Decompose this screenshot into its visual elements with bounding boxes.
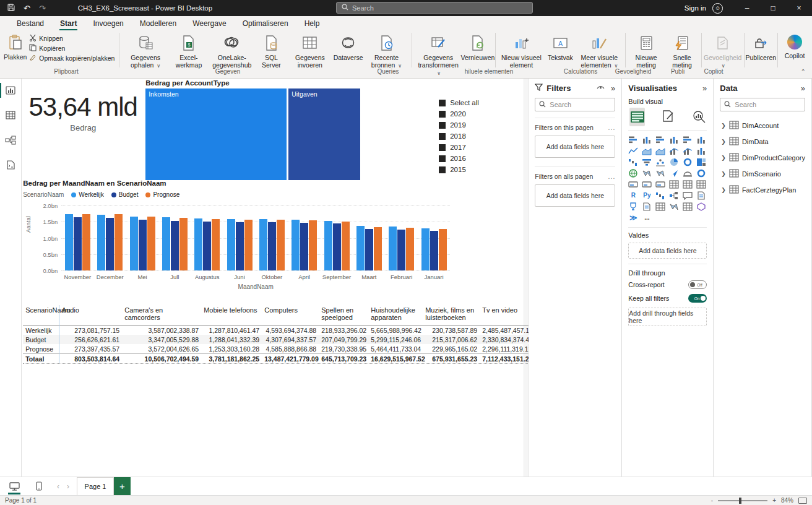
bar-werkelijk[interactable] (292, 220, 300, 270)
stacked-area-chart-icon[interactable] (655, 147, 665, 155)
bar-budget[interactable] (333, 223, 341, 270)
paginated-report-icon[interactable] (642, 202, 652, 211)
keep-all-filters-toggle[interactable]: On (688, 294, 707, 303)
data-table-dimaccount[interactable]: ❯DimAccount (720, 118, 805, 134)
checkbox[interactable] (439, 133, 446, 140)
search-input[interactable] (352, 4, 527, 12)
card-visual[interactable]: 53,64 mld Bedrag (24, 84, 142, 181)
pie-chart-icon[interactable] (669, 158, 679, 166)
canvas-scrollbar[interactable] (524, 79, 529, 477)
card-icon[interactable] (628, 180, 638, 189)
bar-werkelijk[interactable] (162, 217, 170, 270)
bar-budget[interactable] (430, 231, 438, 270)
bar-budget[interactable] (300, 223, 308, 270)
checkbox[interactable] (439, 144, 446, 151)
report-canvas[interactable]: 53,64 mld Bedrag Bedrag per AccountType … (22, 79, 524, 477)
power-automate-icon[interactable] (669, 202, 679, 211)
data-table-dimproductcategory[interactable]: ❯DimProductCategory (720, 150, 805, 166)
table-visual[interactable]: ScenarioNaamAudioCamera's en camcordersM… (23, 305, 529, 364)
year-slicer[interactable]: Select all202020192018201720162015 (439, 97, 479, 175)
zoom-out-button[interactable]: - (711, 497, 713, 504)
copy-button[interactable]: Kopiëren (29, 44, 114, 53)
paste-button[interactable]: Plakken (4, 33, 27, 61)
more-options-icon[interactable]: ... (642, 214, 652, 222)
line-chart-icon[interactable] (628, 147, 638, 155)
expand-chevron-icon[interactable]: ❯ (721, 187, 726, 193)
collapse-filters-icon[interactable]: » (611, 84, 615, 93)
bar-budget[interactable] (74, 217, 82, 270)
bar-budget[interactable] (139, 220, 147, 270)
expand-chevron-icon[interactable]: ❯ (721, 123, 726, 129)
dataverse-button[interactable]: Dataverse (334, 33, 363, 61)
arcgis-map-icon[interactable] (683, 169, 693, 178)
menu-tab-help[interactable]: Help (296, 17, 328, 31)
filters-search[interactable] (535, 98, 615, 111)
onelake-button[interactable]: OneLake-gegevenshub (208, 33, 256, 69)
treemap-segment-inkomsten[interactable]: Inkomsten (145, 88, 287, 180)
bar-prognose[interactable] (309, 220, 317, 270)
expand-chevron-icon[interactable]: ❯ (721, 171, 726, 177)
page-tab[interactable]: Page 1 (77, 477, 114, 496)
data-table-dimscenario[interactable]: ❯DimScenario (720, 166, 805, 182)
zoom-slider[interactable] (718, 500, 767, 501)
report-view-icon[interactable] (2, 82, 19, 98)
bar-werkelijk[interactable] (65, 214, 73, 270)
menu-tab-bestand[interactable]: Bestand (9, 17, 52, 31)
database-button[interactable]: Gegevens ophalen ∨ (121, 33, 170, 69)
stacked-bar-chart-icon[interactable] (628, 136, 638, 144)
bar-budget[interactable] (171, 221, 179, 270)
python-visual-icon[interactable]: Py (642, 191, 652, 200)
custom-visual-icon[interactable] (696, 202, 706, 211)
sign-in-link[interactable]: Sign in (685, 4, 706, 12)
new-page-button[interactable]: + (114, 477, 131, 496)
table-view-icon[interactable] (2, 107, 19, 123)
undo-icon[interactable]: ↶ (24, 4, 30, 12)
waterfall-chart-icon[interactable] (628, 158, 638, 166)
filters-search-input[interactable] (550, 101, 611, 108)
add-data-fields-dropzone[interactable]: Add data fields here (535, 184, 615, 207)
checkbox[interactable] (439, 100, 446, 106)
bar-werkelijk[interactable] (356, 226, 365, 270)
100-stacked-column-chart-icon[interactable] (696, 136, 706, 144)
data-search-input[interactable] (735, 101, 801, 108)
bar-prognose[interactable] (82, 214, 90, 270)
eye-icon[interactable] (597, 84, 605, 93)
add-data-fields-dropzone[interactable]: Add data fields here (535, 136, 615, 158)
zoom-in-button[interactable]: + (772, 497, 776, 504)
bar-budget[interactable] (397, 230, 405, 270)
model-view-icon[interactable] (2, 132, 19, 148)
fit-to-page-icon[interactable] (798, 498, 807, 504)
new-visual-button[interactable]: Nieuw visueel element (497, 33, 545, 69)
bar-werkelijk[interactable] (227, 219, 235, 271)
bar-prognose[interactable] (374, 227, 382, 270)
format-painter-button[interactable]: Opmaak kopiëren/plakken (29, 54, 114, 63)
refresh-button[interactable]: Vernieuwen (462, 33, 493, 61)
donut-chart-icon[interactable] (683, 158, 693, 166)
bar-prognose[interactable] (179, 218, 188, 270)
area-chart-icon[interactable] (642, 147, 652, 155)
multi-row-card-icon[interactable] (642, 180, 652, 189)
bar-prognose[interactable] (277, 220, 285, 270)
legend-item-prognose[interactable]: Prognose (145, 191, 179, 198)
stacked-column-chart-icon[interactable] (642, 136, 652, 144)
bar-prognose[interactable] (439, 229, 447, 270)
get-more-visuals-icon[interactable]: ≫ (628, 214, 638, 222)
menu-tab-weergave[interactable]: Weergave (184, 17, 234, 31)
format-visual-tab[interactable] (661, 108, 676, 126)
cut-button[interactable]: Knippen (29, 34, 114, 43)
quick-measure-button[interactable]: Snelle meting (665, 33, 699, 69)
bar-budget[interactable] (365, 229, 373, 270)
shape-map-icon[interactable] (655, 169, 665, 178)
drill-through-dropzone[interactable]: Add drill through fields here (628, 308, 707, 326)
bar-chart-visual[interactable]: Aantal 0.0bn0.5bn1.0bn1.5bn2.0bn Novembe… (23, 205, 456, 304)
report-visual-icon[interactable] (683, 202, 693, 211)
bar-prognose[interactable] (114, 214, 123, 270)
dax-query-view-icon[interactable] (2, 157, 19, 173)
next-page-arrow[interactable]: › (63, 482, 73, 491)
mobile-view-icon[interactable] (31, 480, 47, 493)
more-options-icon[interactable]: ... (608, 124, 616, 131)
checkbox[interactable] (439, 166, 446, 173)
minimize-button[interactable]: – (734, 0, 760, 16)
legend-item-budget[interactable]: Budget (111, 191, 139, 198)
analytics-tab[interactable] (692, 108, 707, 126)
